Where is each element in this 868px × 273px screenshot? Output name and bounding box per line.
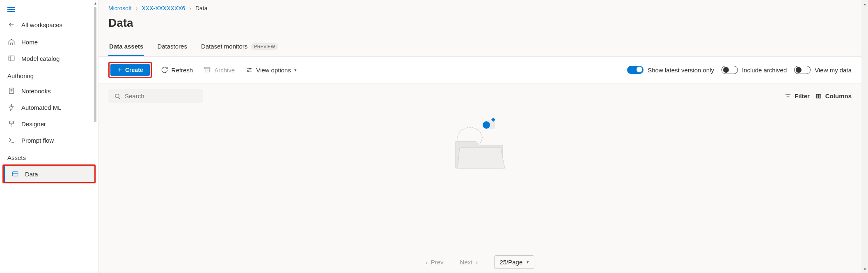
columns-button[interactable]: Columns <box>815 93 852 99</box>
columns-icon <box>815 93 822 99</box>
home-icon <box>7 38 16 46</box>
breadcrumb: Microsoft › XXX-XXXXXXX6 › Data <box>98 0 868 13</box>
chevron-left-icon: ‹ <box>426 259 428 266</box>
scroll-up-icon: ▴ <box>94 0 96 6</box>
svg-rect-10 <box>816 94 818 98</box>
sidebar-item-label: Data <box>25 171 38 178</box>
create-button[interactable]: Create <box>110 64 150 76</box>
svg-point-4 <box>11 125 12 126</box>
sidebar-item-label: Home <box>21 39 38 46</box>
sidebar-item-data[interactable]: Data <box>4 166 94 182</box>
tab-label: Datastores <box>157 43 187 50</box>
chevron-right-icon: › <box>189 5 191 12</box>
plus-icon <box>117 67 123 73</box>
next-label: Next <box>460 259 473 266</box>
chevron-down-icon: ▾ <box>527 259 529 265</box>
filter-button[interactable]: Filter <box>785 93 810 99</box>
view-my-data-label: View my data <box>815 67 852 74</box>
tab-datastores[interactable]: Datastores <box>156 39 188 56</box>
sidebar-item-automated-ml[interactable]: Automated ML <box>0 99 98 116</box>
filter-label: Filter <box>795 93 810 99</box>
arrow-left-icon <box>7 21 16 29</box>
scroll-up-icon: ▴ <box>864 0 866 8</box>
page-size-select[interactable]: 25/Page ▾ <box>494 255 534 269</box>
svg-point-7 <box>250 68 251 69</box>
prev-page[interactable]: ‹ Prev <box>426 259 444 266</box>
archive-button: Archive <box>202 64 236 76</box>
chevron-down-icon: ▾ <box>294 67 297 73</box>
main-scrollbar[interactable]: ▴ ▾ <box>861 0 868 273</box>
section-authoring: Authoring <box>0 67 98 83</box>
automl-icon <box>7 103 16 111</box>
svg-point-15 <box>483 121 490 129</box>
sidebar-item-home[interactable]: Home <box>0 34 98 50</box>
include-archived-toggle[interactable] <box>721 66 738 74</box>
pagination: ‹ Prev Next › 25/Page ▾ <box>98 250 861 273</box>
include-archived-toggle-group: Include archived <box>721 66 787 74</box>
sidebar-data-highlight: Data <box>2 164 96 183</box>
svg-rect-0 <box>9 56 14 61</box>
designer-icon <box>7 120 16 128</box>
view-options-label: View options <box>256 67 291 74</box>
refresh-icon <box>161 66 168 74</box>
tabs: Data assets Datastores Dataset monitors … <box>98 39 868 56</box>
sidebar: All workspaces Home Model catalog Author… <box>0 0 98 273</box>
section-assets: Assets <box>0 148 98 164</box>
sidebar-item-label: Notebooks <box>21 88 51 95</box>
tab-data-assets[interactable]: Data assets <box>108 39 144 56</box>
terminal-icon <box>7 136 16 144</box>
toolbar: Create Refresh Archive View options <box>98 56 861 83</box>
all-workspaces-label: All workspaces <box>21 21 62 28</box>
all-workspaces-link[interactable]: All workspaces <box>0 16 98 34</box>
tab-label: Data assets <box>109 43 143 50</box>
sidebar-item-label: Prompt flow <box>21 137 54 144</box>
refresh-button[interactable]: Refresh <box>159 64 195 76</box>
show-latest-label: Show latest version only <box>648 67 714 74</box>
sidebar-item-prompt-flow[interactable]: Prompt flow <box>0 132 98 148</box>
svg-rect-5 <box>12 172 18 176</box>
svg-rect-6 <box>204 67 210 69</box>
chevron-right-icon: › <box>136 5 138 12</box>
main-content: Microsoft › XXX-XXXXXXX6 › Data Data Dat… <box>98 0 868 273</box>
archive-icon <box>204 66 211 74</box>
scroll-thumb[interactable] <box>94 7 96 122</box>
notebook-icon <box>7 87 16 95</box>
tab-label: Dataset monitors <box>201 43 247 50</box>
breadcrumb-current: Data <box>195 5 208 12</box>
sidebar-item-label: Designer <box>21 120 46 127</box>
sidebar-scrollbar[interactable]: ▴ <box>92 0 98 273</box>
create-highlight: Create <box>108 62 152 78</box>
breadcrumb-root[interactable]: Microsoft <box>108 5 132 12</box>
svg-point-9 <box>115 94 119 97</box>
sidebar-item-designer[interactable]: Designer <box>0 116 98 132</box>
svg-point-2 <box>9 121 10 123</box>
svg-rect-1 <box>9 88 14 94</box>
svg-point-8 <box>247 71 249 72</box>
create-label: Create <box>125 67 143 73</box>
svg-point-3 <box>13 121 14 123</box>
page-title: Data <box>98 13 868 39</box>
svg-rect-12 <box>820 94 821 98</box>
view-my-data-toggle[interactable] <box>794 66 811 74</box>
tab-dataset-monitors[interactable]: Dataset monitors PREVIEW <box>200 39 279 56</box>
preview-badge: PREVIEW <box>251 43 278 50</box>
subbar: Filter Columns <box>98 83 861 109</box>
filter-icon <box>785 93 791 99</box>
hamburger-menu[interactable] <box>0 0 98 16</box>
empty-folder-icon <box>447 113 513 170</box>
search-box[interactable] <box>108 89 203 103</box>
columns-label: Columns <box>825 93 852 99</box>
sidebar-item-model-catalog[interactable]: Model catalog <box>0 50 98 67</box>
sidebar-item-label: Model catalog <box>21 55 60 62</box>
refresh-label: Refresh <box>172 67 193 74</box>
archive-label: Archive <box>214 67 235 74</box>
view-options-button[interactable]: View options ▾ <box>244 64 298 76</box>
breadcrumb-workspace[interactable]: XXX-XXXXXXX6 <box>142 5 185 12</box>
include-archived-label: Include archived <box>742 67 787 74</box>
search-input[interactable] <box>125 93 197 99</box>
sidebar-item-notebooks[interactable]: Notebooks <box>0 83 98 99</box>
show-latest-toggle[interactable] <box>627 66 644 74</box>
search-icon <box>114 93 121 99</box>
next-page[interactable]: Next › <box>460 259 478 266</box>
page-size-label: 25/Page <box>499 259 522 266</box>
